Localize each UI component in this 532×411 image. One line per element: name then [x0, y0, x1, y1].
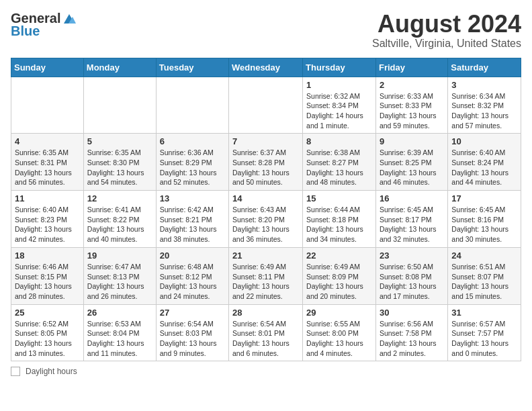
day-number: 20 [160, 250, 225, 261]
calendar-cell: 8Sunrise: 6:38 AM Sunset: 8:27 PM Daylig… [303, 134, 376, 191]
header-day: Tuesday [156, 58, 228, 77]
header-day: Thursday [303, 58, 376, 77]
calendar-week: 18Sunrise: 6:46 AM Sunset: 8:15 PM Dayli… [11, 247, 521, 304]
day-info: Sunrise: 6:44 AM Sunset: 8:18 PM Dayligh… [306, 205, 372, 244]
day-number: 5 [87, 136, 152, 146]
calendar-cell: 9Sunrise: 6:39 AM Sunset: 8:25 PM Daylig… [375, 134, 447, 191]
calendar-cell: 24Sunrise: 6:51 AM Sunset: 8:07 PM Dayli… [448, 247, 521, 304]
calendar-cell [229, 77, 303, 134]
day-number: 30 [380, 308, 444, 318]
day-number: 21 [232, 250, 299, 261]
header-day: Monday [83, 58, 156, 77]
day-info: Sunrise: 6:57 AM Sunset: 7:57 PM Dayligh… [451, 319, 517, 359]
calendar-cell: 31Sunrise: 6:57 AM Sunset: 7:57 PM Dayli… [448, 304, 521, 361]
logo-blue: Blue [11, 24, 40, 39]
day-info: Sunrise: 6:56 AM Sunset: 7:58 PM Dayligh… [380, 319, 444, 359]
calendar-cell: 12Sunrise: 6:41 AM Sunset: 8:22 PM Dayli… [83, 191, 156, 248]
legend-box [11, 367, 20, 376]
calendar-cell: 20Sunrise: 6:48 AM Sunset: 8:12 PM Dayli… [156, 247, 228, 304]
day-number: 16 [380, 193, 444, 203]
day-number: 13 [160, 193, 225, 203]
calendar-cell: 2Sunrise: 6:33 AM Sunset: 8:33 PM Daylig… [375, 77, 447, 134]
header-day: Sunday [11, 58, 84, 77]
day-number: 7 [232, 136, 299, 146]
day-number: 14 [232, 193, 299, 203]
day-info: Sunrise: 6:40 AM Sunset: 8:23 PM Dayligh… [15, 205, 80, 244]
day-number: 24 [451, 250, 517, 261]
day-info: Sunrise: 6:53 AM Sunset: 8:04 PM Dayligh… [87, 319, 152, 359]
day-number: 1 [306, 80, 372, 90]
day-number: 23 [380, 250, 444, 261]
day-info: Sunrise: 6:39 AM Sunset: 8:25 PM Dayligh… [380, 148, 444, 187]
day-info: Sunrise: 6:52 AM Sunset: 8:05 PM Dayligh… [15, 319, 80, 359]
day-number: 22 [306, 250, 372, 261]
day-info: Sunrise: 6:33 AM Sunset: 8:33 PM Dayligh… [380, 91, 444, 131]
day-info: Sunrise: 6:45 AM Sunset: 8:16 PM Dayligh… [451, 205, 517, 244]
header-day: Friday [375, 58, 447, 77]
day-number: 12 [87, 193, 152, 203]
calendar-cell: 23Sunrise: 6:50 AM Sunset: 8:08 PM Dayli… [375, 247, 447, 304]
day-info: Sunrise: 6:34 AM Sunset: 8:32 PM Dayligh… [451, 91, 517, 131]
day-info: Sunrise: 6:48 AM Sunset: 8:12 PM Dayligh… [160, 262, 225, 302]
calendar-cell [156, 77, 228, 134]
calendar-cell [83, 77, 156, 134]
calendar-cell: 6Sunrise: 6:36 AM Sunset: 8:29 PM Daylig… [156, 134, 228, 191]
day-number: 19 [87, 250, 152, 261]
calendar-cell: 14Sunrise: 6:43 AM Sunset: 8:20 PM Dayli… [229, 191, 303, 248]
day-number: 3 [451, 80, 517, 90]
day-info: Sunrise: 6:45 AM Sunset: 8:17 PM Dayligh… [380, 205, 444, 244]
day-info: Sunrise: 6:42 AM Sunset: 8:21 PM Dayligh… [160, 205, 225, 244]
day-info: Sunrise: 6:49 AM Sunset: 8:11 PM Dayligh… [232, 262, 299, 302]
day-info: Sunrise: 6:43 AM Sunset: 8:20 PM Dayligh… [232, 205, 299, 244]
calendar-cell: 10Sunrise: 6:40 AM Sunset: 8:24 PM Dayli… [448, 134, 521, 191]
day-number: 28 [232, 308, 299, 318]
location-title: Saltville, Virginia, United States [372, 38, 521, 50]
calendar-cell: 15Sunrise: 6:44 AM Sunset: 8:18 PM Dayli… [303, 191, 376, 248]
calendar-cell: 11Sunrise: 6:40 AM Sunset: 8:23 PM Dayli… [11, 191, 84, 248]
day-number: 17 [451, 193, 517, 203]
header-row: SundayMondayTuesdayWednesdayThursdayFrid… [11, 58, 521, 77]
day-info: Sunrise: 6:41 AM Sunset: 8:22 PM Dayligh… [87, 205, 152, 244]
day-info: Sunrise: 6:50 AM Sunset: 8:08 PM Dayligh… [380, 262, 444, 302]
calendar-cell: 21Sunrise: 6:49 AM Sunset: 8:11 PM Dayli… [229, 247, 303, 304]
calendar-cell: 30Sunrise: 6:56 AM Sunset: 7:58 PM Dayli… [375, 304, 447, 361]
day-number: 4 [15, 136, 80, 146]
day-number: 29 [306, 308, 372, 318]
calendar-cell: 7Sunrise: 6:37 AM Sunset: 8:28 PM Daylig… [229, 134, 303, 191]
day-info: Sunrise: 6:32 AM Sunset: 8:34 PM Dayligh… [306, 91, 372, 131]
footer: Daylight hours [11, 367, 521, 376]
day-info: Sunrise: 6:54 AM Sunset: 8:01 PM Dayligh… [232, 319, 299, 359]
calendar-cell: 19Sunrise: 6:47 AM Sunset: 8:13 PM Dayli… [83, 247, 156, 304]
day-info: Sunrise: 6:49 AM Sunset: 8:09 PM Dayligh… [306, 262, 372, 302]
calendar-cell: 16Sunrise: 6:45 AM Sunset: 8:17 PM Dayli… [375, 191, 447, 248]
day-info: Sunrise: 6:47 AM Sunset: 8:13 PM Dayligh… [87, 262, 152, 302]
day-info: Sunrise: 6:35 AM Sunset: 8:30 PM Dayligh… [87, 148, 152, 187]
day-number: 8 [306, 136, 372, 146]
day-info: Sunrise: 6:37 AM Sunset: 8:28 PM Dayligh… [232, 148, 299, 187]
calendar-table: SundayMondayTuesdayWednesdayThursdayFrid… [11, 58, 521, 362]
calendar-cell: 26Sunrise: 6:53 AM Sunset: 8:04 PM Dayli… [83, 304, 156, 361]
day-info: Sunrise: 6:55 AM Sunset: 8:00 PM Dayligh… [306, 319, 372, 359]
day-info: Sunrise: 6:36 AM Sunset: 8:29 PM Dayligh… [160, 148, 225, 187]
calendar-cell: 22Sunrise: 6:49 AM Sunset: 8:09 PM Dayli… [303, 247, 376, 304]
calendar-week: 1Sunrise: 6:32 AM Sunset: 8:34 PM Daylig… [11, 77, 521, 134]
logo: General Blue [11, 11, 77, 39]
day-info: Sunrise: 6:54 AM Sunset: 8:03 PM Dayligh… [160, 319, 225, 359]
day-number: 11 [15, 193, 80, 203]
calendar-body: 1Sunrise: 6:32 AM Sunset: 8:34 PM Daylig… [11, 77, 521, 361]
day-number: 26 [87, 308, 152, 318]
day-number: 2 [380, 80, 444, 90]
calendar-week: 11Sunrise: 6:40 AM Sunset: 8:23 PM Dayli… [11, 191, 521, 248]
title-area: August 2024 Saltville, Virginia, United … [372, 11, 521, 50]
calendar-cell: 17Sunrise: 6:45 AM Sunset: 8:16 PM Dayli… [448, 191, 521, 248]
day-number: 9 [380, 136, 444, 146]
calendar-week: 4Sunrise: 6:35 AM Sunset: 8:31 PM Daylig… [11, 134, 521, 191]
header-day: Saturday [448, 58, 521, 77]
calendar-header: SundayMondayTuesdayWednesdayThursdayFrid… [11, 58, 521, 77]
calendar-cell: 3Sunrise: 6:34 AM Sunset: 8:32 PM Daylig… [448, 77, 521, 134]
day-number: 15 [306, 193, 372, 203]
calendar-cell: 18Sunrise: 6:46 AM Sunset: 8:15 PM Dayli… [11, 247, 84, 304]
month-title: August 2024 [372, 11, 521, 38]
header-day: Wednesday [229, 58, 303, 77]
calendar-cell: 27Sunrise: 6:54 AM Sunset: 8:03 PM Dayli… [156, 304, 228, 361]
